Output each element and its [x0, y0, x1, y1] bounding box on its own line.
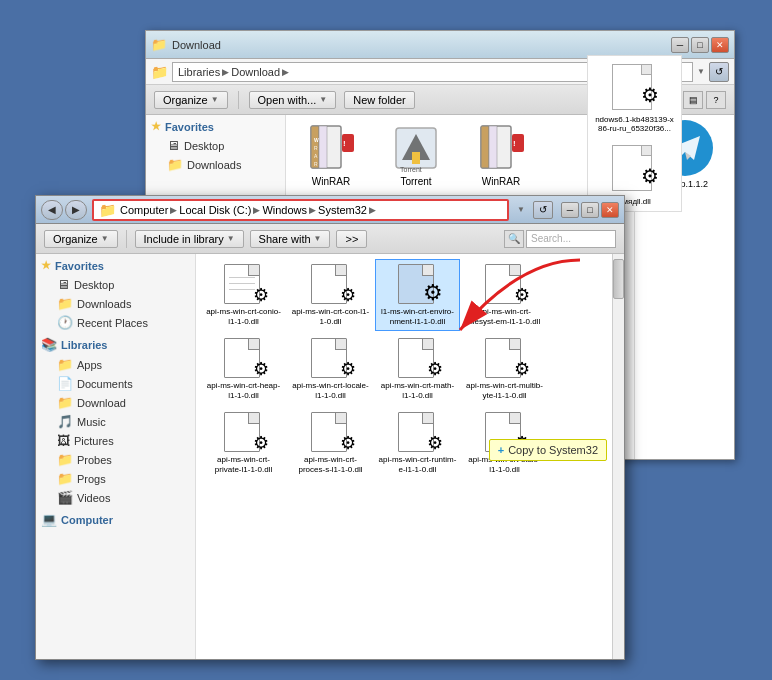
fg-sidebar-documents[interactable]: 📄 Documents [41, 374, 190, 393]
fg-dll-1[interactable]: ⚙ api-ms-win-crt-conio-l1-1-0.dll [201, 259, 286, 331]
bg-window-title: Download [172, 39, 221, 51]
fg-dll-11[interactable]: ⚙ api-ms-win-crt-runtim-e-l1-1-0.dll [375, 407, 460, 479]
fg-libraries-section: 📚 Libraries 📁 Apps 📄 Documents 📁 Downloa… [41, 337, 190, 507]
fg-address-dropdown[interactable]: ▼ [517, 205, 525, 214]
bg-openwith-btn[interactable]: Open with... ▼ [249, 91, 337, 109]
fg-sep1 [126, 230, 127, 248]
bg-close-btn[interactable]: ✕ [711, 37, 729, 53]
fg-close-btn[interactable]: ✕ [601, 202, 619, 218]
bg-newfolder-btn[interactable]: New folder [344, 91, 415, 109]
fg-computer-title: 💻 Computer [41, 512, 190, 527]
fg-sidebar-recentplaces[interactable]: 🕐 Recent Places [41, 313, 190, 332]
fg-forward-btn[interactable]: ▶ [65, 200, 87, 220]
fg-sidebar-music[interactable]: 🎵 Music [41, 412, 190, 431]
bg-help-btn[interactable]: ? [706, 91, 726, 109]
fg-sharewith-btn[interactable]: Share with ▼ [250, 230, 331, 248]
bg-address-dropdown[interactable]: ▼ [697, 67, 705, 76]
fg-scrollbar[interactable] [612, 254, 624, 659]
fg-favorites-title: ★ Favorites [41, 259, 190, 272]
bg-favorites-section: ★ Favorites 🖥 Desktop 📁 Downloads [151, 120, 280, 174]
fg-dll-9[interactable]: ⚙ api-ms-win-crt-private-l1-1-0.dll [201, 407, 286, 479]
bg-sidebar-desktop[interactable]: 🖥 Desktop [151, 136, 280, 155]
fg-sidebar-pictures[interactable]: 🖼 Pictures [41, 431, 190, 450]
fg-star-icon: ★ [41, 259, 51, 272]
svg-text:W: W [314, 137, 319, 143]
fg-toolbar: Organize ▼ Include in library ▼ Share wi… [36, 224, 624, 254]
svg-text:!: ! [513, 139, 516, 148]
fg-include-btn[interactable]: Include in library ▼ [135, 230, 244, 248]
svg-rect-14 [481, 126, 489, 168]
fg-sidebar-probes[interactable]: 📁 Probes [41, 450, 190, 469]
fg-dll-10[interactable]: ⚙ api-ms-win-crt-proces-s-l1-1-0.dll [288, 407, 373, 479]
fg-computer-section: 💻 Computer [41, 512, 190, 527]
fg-main-content: ⚙ api-ms-win-crt-conio-l1-1-0.dll ⚙ api-… [196, 254, 612, 659]
bg-favorites-title: ★ Favorites [151, 120, 280, 133]
svg-rect-2 [319, 126, 327, 168]
fg-dll-5[interactable]: ⚙ api-ms-win-crt-heap-l1-1-0.dll [201, 333, 286, 405]
fg-sidebar-downloads[interactable]: 📁 Downloads [41, 294, 190, 313]
fg-dll-6[interactable]: ⚙ api-ms-win-crt-locale-l1-1-0.dll [288, 333, 373, 405]
svg-text:Torrent: Torrent [400, 166, 422, 172]
fg-content-area: ★ Favorites 🖥 Desktop 📁 Downloads 🕐 Rece… [36, 254, 624, 659]
fg-organize-btn[interactable]: Organize ▼ [44, 230, 118, 248]
bg-file-torrent[interactable]: Torrent Torrent [376, 120, 456, 191]
fg-refresh-btn[interactable]: ↺ [533, 201, 553, 219]
fg-sidebar-desktop[interactable]: 🖥 Desktop [41, 275, 190, 294]
svg-text:!: ! [343, 139, 346, 148]
svg-text:R: R [314, 161, 318, 167]
fg-dll-8[interactable]: ⚙ api-ms-win-crt-multib-yte-l1-1-0.dll [462, 333, 547, 405]
fg-dll-3[interactable]: ⚙ l1-ms-win-crt-enviro-nment-l1-1-0.dll [375, 259, 460, 331]
fg-nav-buttons: ◀ ▶ [41, 200, 87, 220]
fg-libraries-title: 📚 Libraries [41, 337, 190, 352]
fg-search-input[interactable]: Search... [526, 230, 616, 248]
fg-title-bar: ◀ ▶ 📁 Computer ▶ Local Disk (C:) ▶ Windo… [36, 196, 624, 224]
copy-to-system32-tooltip[interactable]: + Copy to System32 [489, 439, 607, 461]
svg-rect-15 [489, 126, 497, 168]
fg-window: ◀ ▶ 📁 Computer ▶ Local Disk (C:) ▶ Windo… [35, 195, 625, 660]
svg-rect-11 [412, 152, 420, 164]
fg-dll-4[interactable]: ⚙ api-ms-win-crt-filesyst-em-l1-1-0.dll [462, 259, 547, 331]
fg-sidebar-videos[interactable]: 🎬 Videos [41, 488, 190, 507]
fg-sidebar: ★ Favorites 🖥 Desktop 📁 Downloads 🕐 Rece… [36, 254, 196, 659]
fg-search-btn[interactable]: 🔍 [504, 230, 524, 248]
bg-toolbar-sep1 [238, 91, 239, 109]
bg-preview-btn[interactable]: ▤ [683, 91, 703, 109]
bg-file-winrar1[interactable]: W R A R ! WinRAR [291, 120, 371, 191]
fg-more-btn[interactable]: >> [336, 230, 367, 248]
bg-star-icon: ★ [151, 120, 161, 133]
fg-sidebar-progs[interactable]: 📁 Progs [41, 469, 190, 488]
fg-back-btn[interactable]: ◀ [41, 200, 63, 220]
bg-update-file[interactable]: ⚙ ndows6.1-kb483139-x86-ru-ru_65320f36..… [593, 61, 676, 134]
bg-refresh-btn[interactable]: ↺ [709, 62, 729, 82]
bg-title-controls: ─ □ ✕ [671, 37, 729, 53]
fg-scroll-thumb[interactable] [613, 259, 624, 299]
fg-maximize-btn[interactable]: □ [581, 202, 599, 218]
bg-maximize-btn[interactable]: □ [691, 37, 709, 53]
fg-title-controls: ─ □ ✕ [561, 202, 619, 218]
svg-text:R: R [314, 145, 318, 151]
fg-dll-2[interactable]: ⚙ api-ms-win-crt-con-l1-1-0.dll [288, 259, 373, 331]
bg-file-winrar2[interactable]: ! WinRAR [461, 120, 541, 191]
bg-sidebar-downloads[interactable]: 📁 Downloads [151, 155, 280, 174]
fg-dll-7[interactable]: ⚙ api-ms-win-crt-math-l1-1-0.dll [375, 333, 460, 405]
fg-address-bar[interactable]: 📁 Computer ▶ Local Disk (C:) ▶ Windows ▶… [92, 199, 509, 221]
bg-right-files: ⚙ ndows6.1-kb483139-x86-ru-ru_65320f36..… [587, 55, 682, 212]
bg-minimize-btn[interactable]: ─ [671, 37, 689, 53]
fg-favorites-section: ★ Favorites 🖥 Desktop 📁 Downloads 🕐 Rece… [41, 259, 190, 332]
fg-minimize-btn[interactable]: ─ [561, 202, 579, 218]
fg-sidebar-download[interactable]: 📁 Download [41, 393, 190, 412]
fg-sidebar-apps[interactable]: 📁 Apps [41, 355, 190, 374]
bg-organize-btn[interactable]: Organize ▼ [154, 91, 228, 109]
